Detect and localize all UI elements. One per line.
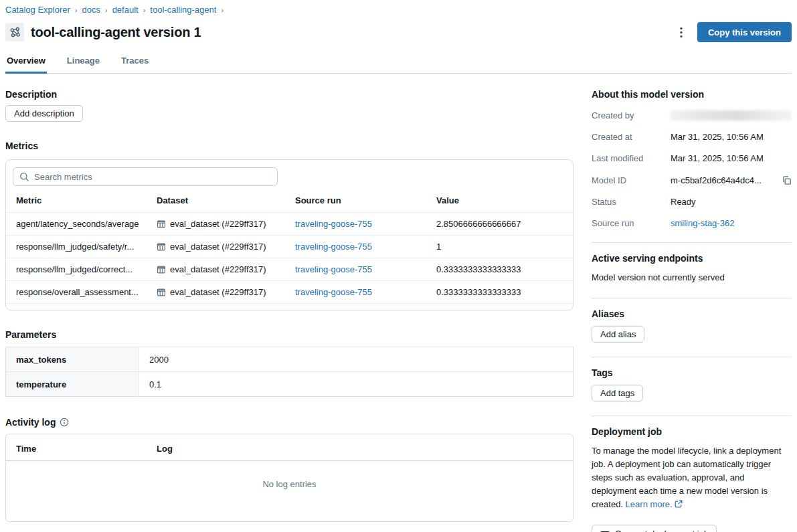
metric-value: 0.3333333333333333 [436,281,573,304]
metric-value: 0.3333333333333333 [436,258,573,281]
breadcrumb-separator: › [143,5,146,15]
info-icon[interactable] [60,418,69,427]
activity-log-empty-space [15,497,563,516]
model-id-row: Model ID m-c5baf2d6c64a4dc4... [592,175,792,185]
connect-deployment-job-button[interactable]: Connect deployment job [592,525,717,532]
table-row: response/llm_judged/correct... eval_data… [6,258,573,281]
breadcrumb-catalog-explorer[interactable]: Catalog Explorer [5,5,70,15]
activity-header-row: Time Log [6,434,573,461]
source-run-link[interactable]: traveling-goose-755 [295,264,372,274]
table-icon [157,219,166,229]
link-icon [600,528,610,532]
metric-value: 2.8506666666666667 [436,213,573,236]
add-tags-button[interactable]: Add tags [592,385,643,402]
table-icon [157,242,166,252]
model-id-label: Model ID [592,176,671,185]
metrics-search[interactable] [13,167,278,186]
activity-log-header: Activity log [5,417,573,428]
source-run-row: Source run smiling-stag-362 [592,219,792,228]
redacted-created-by-value [671,110,792,120]
table-row: response/overall_assessment... eval_data… [6,281,573,304]
param-key: temperature [6,372,139,397]
metrics-heading: Metrics [5,141,573,151]
table-row: response/llm_judged/safety/r... eval_dat… [6,236,573,258]
col-log: Log [157,434,573,461]
metric-name: agent/latency_seconds/average [6,213,157,236]
col-value: Value [436,188,573,213]
add-alias-button[interactable]: Add alias [592,326,644,343]
status-label: Status [592,197,671,207]
param-key: max_tokens [6,347,139,372]
source-run-link[interactable]: traveling-goose-755 [295,287,372,297]
learn-more-link[interactable]: Learn more. [626,499,673,509]
tags-heading: Tags [592,367,792,378]
breadcrumb-default[interactable]: default [112,5,139,15]
source-run-link[interactable]: smiling-stag-362 [671,219,734,228]
source-run-link[interactable]: traveling-goose-755 [295,219,372,229]
add-description-button[interactable]: Add description [5,105,83,122]
source-run-link[interactable]: traveling-goose-755 [295,242,372,252]
created-at-row: Created at Mar 31, 2025, 10:56 AM [592,132,792,142]
deployment-description: To manage the model lifecycle, link a de… [592,444,792,512]
table-icon [157,265,166,274]
activity-log-heading: Activity log [5,417,56,428]
table-row: max_tokens 2000 [6,347,573,372]
deployment-body-text: To manage the model lifecycle, link a de… [592,446,781,509]
metrics-table: Metric Dataset Source run Value agent/la… [6,188,573,304]
kebab-menu-icon[interactable] [676,24,687,41]
dataset-link[interactable]: eval_dataset (#229ff317) [170,287,266,297]
external-link-icon [675,499,683,512]
tab-lineage[interactable]: Lineage [66,53,101,74]
search-metrics-input[interactable] [34,172,271,182]
activity-log-empty-text: No log entries [6,461,573,493]
copy-icon[interactable] [782,175,792,185]
dataset-link[interactable]: eval_dataset (#229ff317) [170,242,266,252]
main-column: Description Add description Metrics Metr… [5,89,573,532]
breadcrumb-docs[interactable]: docs [82,5,100,15]
metric-name: response/overall_assessment... [6,281,157,304]
table-icon [157,288,166,297]
breadcrumb-separator: › [105,5,108,15]
metric-value: 1 [436,236,573,258]
connect-deployment-job-label: Connect deployment job [615,529,709,532]
param-value: 0.1 [139,372,573,397]
model-version-page: Catalog Explorer › docs › default › tool… [0,0,797,532]
created-at-label: Created at [592,132,671,142]
tab-traces[interactable]: Traces [120,53,150,74]
status-value: Ready [671,197,792,207]
page-header: tool-calling-agent version 1 Copy this v… [5,22,792,42]
activity-log-table: Time Log [6,434,573,461]
dataset-link[interactable]: eval_dataset (#229ff317) [170,264,266,274]
search-icon [19,172,29,182]
breadcrumb: Catalog Explorer › docs › default › tool… [5,4,792,15]
created-at-value: Mar 31, 2025, 10:56 AM [671,132,792,142]
last-modified-value: Mar 31, 2025, 10:56 AM [671,154,792,163]
aliases-section: Aliases Add alias [592,298,792,343]
activity-log-card: Time Log No log entries [5,434,573,522]
page-title: tool-calling-agent version 1 [31,25,201,40]
col-metric: Metric [6,188,157,213]
table-row: agent/latency_seconds/average eval_datas… [6,213,573,236]
deployment-job-section: Deployment job To manage the model lifec… [592,416,792,532]
metrics-card: Metric Dataset Source run Value agent/la… [5,159,573,311]
col-time: Time [6,434,157,461]
parameters-heading: Parameters [5,329,573,340]
breadcrumb-tool-calling-agent[interactable]: tool-calling-agent [150,5,216,15]
copy-this-version-button[interactable]: Copy this version [697,22,792,42]
table-row: temperature 0.1 [6,372,573,397]
source-run-label: Source run [592,219,671,228]
serving-empty-text: Model version not currently served [592,272,792,284]
tab-bar: Overview Lineage Traces [5,53,792,74]
tab-overview[interactable]: Overview [5,53,47,74]
serving-heading: Active serving endpoints [592,253,792,264]
tags-section: Tags Add tags [592,357,792,402]
metrics-header-row: Metric Dataset Source run Value [6,188,573,213]
serving-section: Active serving endpoints Model version n… [592,242,792,284]
dataset-link[interactable]: eval_dataset (#229ff317) [170,219,266,229]
col-dataset: Dataset [157,188,295,213]
metric-name: response/llm_judged/safety/r... [6,236,157,258]
last-modified-label: Last modified [592,154,671,163]
sidebar-column: About this model version Created by Crea… [592,89,792,532]
last-modified-row: Last modified Mar 31, 2025, 10:56 AM [592,154,792,163]
breadcrumb-separator: › [75,5,78,15]
